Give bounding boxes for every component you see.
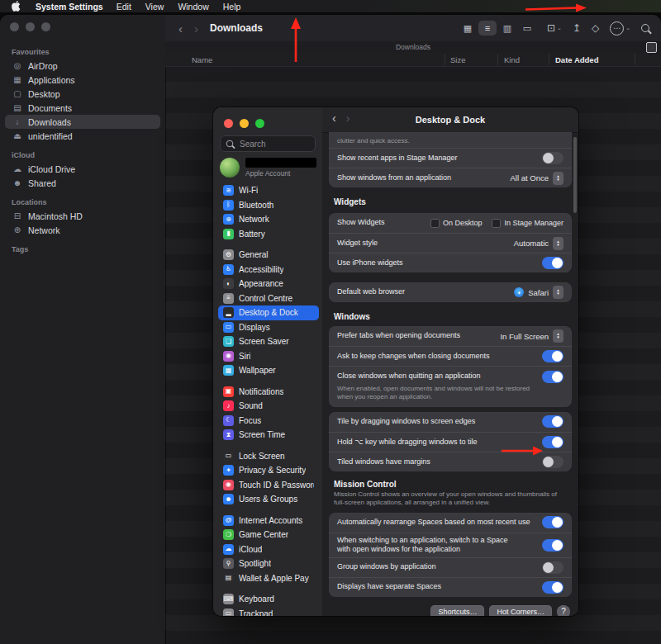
close-button[interactable] — [10, 22, 19, 31]
toggle-tiled-windows-margins[interactable] — [542, 456, 564, 468]
toggle-show-recent-apps[interactable] — [542, 152, 564, 164]
column-divider[interactable] — [445, 54, 445, 65]
settings-sidebar-item[interactable]: ⚲ Spotlight — [218, 556, 319, 571]
settings-sidebar-item[interactable]: ▭ Trackpad — [218, 607, 319, 617]
search-input[interactable] — [238, 139, 307, 149]
minimize-button[interactable] — [240, 119, 249, 128]
finder-sidebar-item[interactable]: ☁ iCloud Drive — [5, 162, 160, 176]
select-show-windows[interactable]: All at Once ▲▼ — [511, 172, 564, 185]
toggle-switch-to-space[interactable] — [542, 539, 564, 552]
stepper-icon[interactable]: ▲▼ — [553, 286, 564, 299]
menu-item[interactable]: View — [145, 2, 164, 12]
settings-sidebar-item[interactable]: ⧗ Screen Time — [218, 428, 319, 443]
toggle-ask-to-keep-changes[interactable] — [542, 350, 564, 362]
settings-sidebar-item[interactable]: ▭ Lock Screen — [218, 449, 319, 464]
select-default-browser[interactable]: ✦ Safari ▲▼ — [514, 286, 564, 299]
hot-corners-button[interactable]: Hot Corners… — [489, 605, 552, 616]
settings-sidebar-item[interactable]: ⚙ General — [218, 248, 319, 263]
column-divider[interactable] — [549, 54, 549, 65]
column-header-name[interactable]: Name — [192, 53, 212, 66]
back-icon[interactable]: ‹ — [178, 22, 183, 35]
path-item[interactable]: Downloads — [396, 43, 430, 51]
gallery-view-icon[interactable]: ▭ — [518, 21, 536, 36]
checkbox-in-stage-manager[interactable] — [492, 219, 501, 228]
select-prefer-tabs[interactable]: In Full Screen ▲▼ — [500, 329, 564, 343]
settings-sidebar-item[interactable]: ≋ Wi-Fi — [218, 183, 319, 198]
settings-sidebar-item[interactable]: ▮ Battery — [218, 227, 319, 242]
settings-sidebar-item[interactable]: ♪ Sound — [218, 399, 319, 414]
finder-sidebar-item[interactable]: ▦ Applications — [5, 73, 160, 87]
stepper-icon[interactable]: ▲▼ — [553, 172, 564, 185]
settings-sidebar-item[interactable]: ▣ Notifications — [218, 385, 319, 400]
settings-sidebar-item[interactable]: ⊕ Network — [218, 212, 319, 227]
menu-item[interactable]: Help — [223, 2, 241, 12]
apple-menu-icon[interactable] — [12, 1, 21, 12]
finder-sidebar-item[interactable]: ◎ AirDrop — [5, 59, 160, 73]
finder-sidebar-item[interactable]: ⊕ Network — [5, 223, 160, 237]
icon-view-icon[interactable]: ▦ — [459, 21, 477, 36]
settings-sidebar-item[interactable]: ▂ Desktop & Dock — [218, 305, 319, 320]
select-widget-style[interactable]: Automatic ▲▼ — [514, 237, 564, 250]
settings-sidebar-item[interactable]: ◉ Touch ID & Password — [218, 478, 319, 493]
toggle-hold-option-to-tile[interactable] — [542, 436, 564, 448]
settings-sidebar-item[interactable]: ✦ Privacy & Security — [218, 463, 319, 478]
settings-search-field[interactable] — [220, 135, 316, 152]
settings-sidebar-item[interactable]: ☾ Focus — [218, 414, 319, 429]
column-header-date-added[interactable]: Date Added — [555, 53, 598, 66]
settings-sidebar-item[interactable]: ▤ Wallet & Apple Pay — [218, 571, 319, 586]
share-icon[interactable]: ↥ — [573, 22, 581, 34]
stepper-icon[interactable]: ▲▼ — [553, 237, 564, 250]
settings-sidebar-item[interactable]: ☁ iCloud — [218, 542, 319, 557]
settings-sidebar-item[interactable]: ❍ Game Center — [218, 528, 319, 542]
minimize-button[interactable] — [26, 22, 35, 31]
finder-sidebar-item[interactable]: ▤ Documents — [5, 101, 160, 115]
settings-sidebar-item[interactable]: ❏ Screen Saver — [218, 334, 319, 349]
finder-sidebar-item[interactable]: ⊟ Macintosh HD — [5, 209, 160, 223]
toggle-close-windows-on-quit[interactable] — [542, 371, 564, 383]
forward-icon[interactable]: › — [194, 22, 198, 35]
scrollbar-thumb[interactable] — [573, 137, 577, 213]
column-divider[interactable] — [497, 54, 498, 65]
settings-sidebar-item[interactable]: ♿ Accessibility — [218, 263, 319, 277]
more-actions-icon[interactable]: ⋯⌄ — [610, 21, 630, 36]
settings-sidebar-item[interactable]: ≡ Control Centre — [218, 291, 319, 306]
close-button[interactable] — [224, 119, 233, 128]
menu-item[interactable]: Window — [178, 2, 208, 12]
finder-sidebar-item[interactable]: ☻ Shared — [5, 176, 160, 190]
menu-app-name[interactable]: System Settings — [36, 2, 103, 12]
tag-icon[interactable]: ◇ — [592, 22, 599, 34]
settings-sidebar-item[interactable]: ᛒ Bluetooth — [218, 198, 319, 213]
zoom-button[interactable] — [41, 22, 50, 31]
zoom-button[interactable] — [255, 119, 264, 128]
settings-sidebar-item[interactable]: ▭ Displays — [218, 320, 319, 335]
toggle-group-windows[interactable] — [542, 561, 564, 574]
toggle-tile-by-dragging[interactable] — [542, 415, 564, 428]
finder-sidebar-item[interactable]: ▢ Desktop — [5, 87, 160, 101]
settings-sidebar-item[interactable]: ⌨ Keyboard — [218, 592, 319, 607]
settings-sidebar-item[interactable]: ▦ Wallpaper — [218, 363, 319, 378]
group-by-icon[interactable]: ⊡⌄ — [547, 22, 562, 34]
settings-sidebar-item[interactable]: ☻ Users & Groups — [218, 492, 319, 507]
toggle-separate-spaces[interactable] — [542, 581, 564, 594]
toggle-use-iphone-widgets[interactable] — [542, 257, 564, 269]
settings-sidebar-item[interactable]: ◉ Siri — [218, 349, 319, 364]
column-divider[interactable] — [635, 54, 635, 65]
forward-icon[interactable]: › — [346, 112, 350, 124]
path-bar-button[interactable] — [646, 42, 657, 53]
finder-sidebar-item[interactable]: ↓ Downloads — [5, 115, 160, 129]
list-view-icon[interactable]: ≡ — [478, 21, 497, 36]
finder-sidebar-item[interactable]: ⏏ unidentified — [5, 129, 160, 143]
back-icon[interactable]: ‹ — [332, 112, 336, 124]
menu-item[interactable]: Edit — [117, 2, 131, 12]
settings-sidebar-item[interactable]: ◐ Appearance — [218, 277, 319, 291]
settings-sidebar-item[interactable]: @ Internet Accounts — [218, 514, 319, 528]
checkbox-on-desktop[interactable] — [430, 219, 440, 228]
column-view-icon[interactable]: ▥ — [498, 21, 516, 36]
stepper-icon[interactable]: ▲▼ — [553, 329, 564, 343]
help-button[interactable]: ? — [557, 605, 570, 616]
shortcuts-button[interactable]: Shortcuts… — [430, 605, 484, 616]
column-header-size[interactable]: Size — [450, 53, 465, 66]
account-row[interactable]: Apple Account — [220, 155, 316, 180]
search-icon[interactable] — [641, 24, 649, 32]
column-header-kind[interactable]: Kind — [504, 53, 520, 66]
